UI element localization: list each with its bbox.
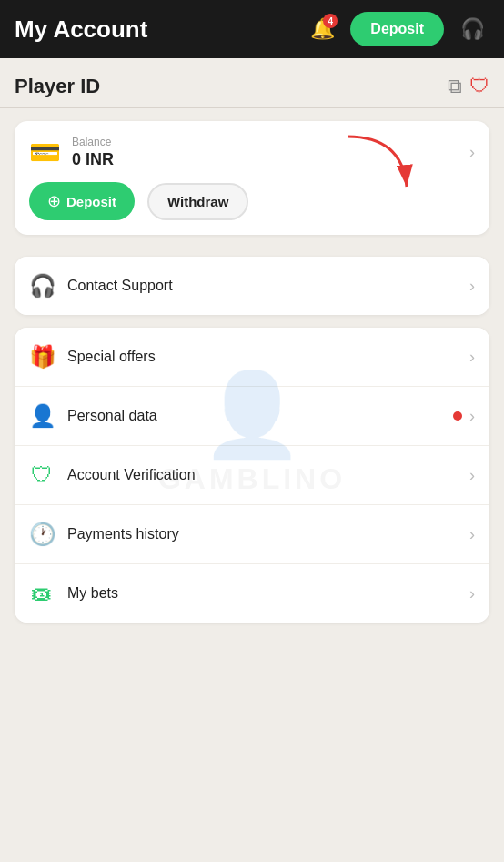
personal-data-right: ›	[453, 407, 475, 426]
payments-history-label: Payments history	[67, 526, 179, 543]
balance-card: 💳 Balance 0 INR › ⊕ Deposit	[15, 121, 489, 235]
account-menu-section: 🎁 Special offers › 👤 Personal data › 🛡 A…	[0, 328, 504, 623]
contact-support-left: 🎧 Contact Support	[29, 273, 173, 299]
contact-support-right: ›	[469, 277, 475, 296]
balance-info: 💳 Balance 0 INR	[29, 136, 114, 169]
special-offers-right: ›	[469, 348, 475, 367]
account-verification-right: ›	[469, 466, 475, 485]
special-offers-left: 🎁 Special offers	[29, 344, 156, 370]
account-verification-item[interactable]: 🛡 Account Verification ›	[15, 446, 489, 505]
contact-support-label: Contact Support	[67, 278, 173, 294]
player-id-actions: ⧉ 🛡	[448, 75, 489, 98]
contact-support-section: 🎧 Contact Support ›	[0, 257, 504, 315]
account-verification-label: Account Verification	[67, 467, 196, 483]
header-actions: 🔔 4 Deposit 🎧	[305, 12, 489, 46]
my-bets-left: 🎟 My bets	[29, 581, 118, 606]
account-verification-chevron-icon: ›	[469, 466, 475, 485]
balance-row: 💳 Balance 0 INR ›	[29, 136, 475, 169]
person-icon: 👤	[29, 403, 55, 429]
balance-label: Balance	[72, 136, 114, 148]
notification-badge: 4	[323, 14, 338, 28]
player-id-section: Player ID ⧉ 🛡	[0, 58, 504, 108]
contact-support-card: 🎧 Contact Support ›	[15, 257, 489, 315]
copy-player-id-button[interactable]: ⧉	[448, 75, 462, 98]
shield-alert-icon: 🛡	[469, 75, 489, 97]
balance-section: 💳 Balance 0 INR › ⊕ Deposit	[0, 108, 504, 248]
gift-icon: 🎁	[29, 344, 55, 370]
notifications-button[interactable]: 🔔 4	[305, 12, 339, 46]
my-bets-item[interactable]: 🎟 My bets ›	[15, 564, 489, 623]
special-offers-label: Special offers	[67, 349, 156, 365]
special-offers-item[interactable]: 🎁 Special offers ›	[15, 328, 489, 387]
section-divider	[0, 248, 504, 257]
balance-details: Balance 0 INR	[72, 136, 114, 169]
ticket-icon: 🎟	[29, 581, 55, 606]
headset-icon: 🎧	[460, 17, 485, 41]
payments-history-item[interactable]: 🕐 Payments history ›	[15, 505, 489, 564]
personal-data-item[interactable]: 👤 Personal data ›	[15, 387, 489, 446]
verification-status-button[interactable]: 🛡	[469, 75, 489, 98]
account-menu-card: 🎁 Special offers › 👤 Personal data › 🛡 A…	[15, 328, 489, 623]
payments-history-right: ›	[469, 525, 475, 544]
header: My Account 🔔 4 Deposit 🎧	[0, 0, 504, 58]
personal-data-label: Personal data	[67, 408, 157, 424]
plus-icon: ⊕	[47, 191, 61, 211]
my-bets-label: My bets	[67, 585, 118, 602]
balance-actions: ⊕ Deposit Withdraw	[29, 182, 475, 220]
payments-history-left: 🕐 Payments history	[29, 522, 179, 547]
payments-history-chevron-icon: ›	[469, 525, 475, 544]
clock-icon: 🕐	[29, 522, 55, 547]
balance-amount: 0 INR	[72, 150, 114, 169]
balance-chevron-icon: ›	[469, 143, 475, 162]
personal-data-left: 👤 Personal data	[29, 403, 157, 429]
page-title: My Account	[15, 15, 147, 44]
contact-support-item[interactable]: 🎧 Contact Support ›	[15, 257, 489, 315]
header-deposit-button[interactable]: Deposit	[350, 12, 444, 46]
deposit-button[interactable]: ⊕ Deposit	[29, 182, 135, 220]
headset-menu-icon: 🎧	[29, 273, 55, 299]
special-offers-chevron-icon: ›	[469, 348, 475, 367]
withdraw-button[interactable]: Withdraw	[147, 183, 248, 220]
personal-data-chevron-icon: ›	[469, 407, 475, 426]
copy-icon: ⧉	[448, 75, 462, 97]
shield-check-icon: 🛡	[29, 462, 55, 488]
support-button[interactable]: 🎧	[455, 12, 489, 46]
contact-support-chevron-icon: ›	[469, 277, 475, 296]
player-id-label: Player ID	[15, 75, 100, 98]
personal-data-alert-dot	[453, 411, 462, 421]
my-bets-right: ›	[469, 584, 475, 603]
wallet-icon: 💳	[29, 137, 61, 167]
my-bets-chevron-icon: ›	[469, 584, 475, 603]
account-verification-left: 🛡 Account Verification	[29, 462, 196, 488]
